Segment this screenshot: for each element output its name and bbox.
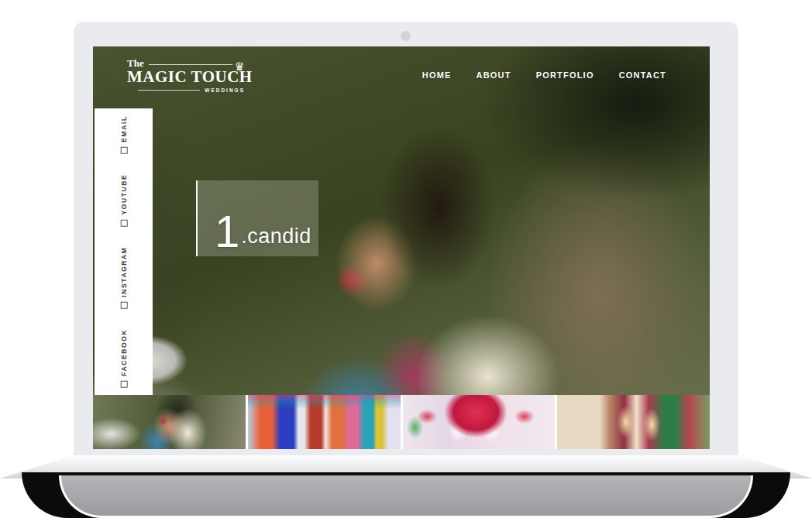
gallery-thumbnail-3[interactable] (403, 395, 556, 449)
laptop-base-front (59, 475, 753, 518)
slide-caption-overlay: 1 .candid (196, 180, 318, 256)
youtube-icon (120, 219, 127, 226)
slide-number: 1 (215, 212, 239, 250)
gallery-thumbnail-1[interactable] (93, 395, 246, 449)
social-link-email[interactable]: EMAIL (120, 115, 128, 153)
nav-item-about[interactable]: ABOUT (477, 70, 511, 80)
gallery-strip (93, 395, 710, 449)
site-logo[interactable]: The ♛ MAGIC TOUCH WEDDINGS (127, 53, 245, 93)
social-label-facebook: FACEBOOK (120, 329, 128, 376)
laptop-screen: The ♛ MAGIC TOUCH WEDDINGS HOME ABOUT PO… (93, 46, 710, 449)
instagram-icon (120, 302, 127, 309)
slide-label: .candid (241, 225, 311, 249)
nav-item-contact[interactable]: CONTACT (619, 70, 666, 80)
page: The ♛ MAGIC TOUCH WEDDINGS HOME ABOUT PO… (0, 0, 812, 518)
crown-icon: ♛ (235, 63, 245, 71)
social-link-facebook[interactable]: FACEBOOK (120, 329, 128, 388)
social-link-instagram[interactable]: INSTAGRAM (120, 246, 128, 308)
gallery-thumbnail-4[interactable] (557, 395, 710, 449)
social-label-instagram: INSTAGRAM (120, 246, 128, 297)
email-icon (120, 147, 127, 154)
logo-tagline-line (138, 90, 200, 91)
webcam-dot (401, 31, 411, 41)
gallery-thumbnail-2[interactable] (248, 395, 401, 449)
facebook-icon (120, 381, 127, 388)
logo-name: MAGIC TOUCH (127, 68, 245, 85)
main-nav: HOME ABOUT PORTFOLIO CONTACT (422, 70, 666, 80)
nav-item-home[interactable]: HOME (422, 70, 452, 80)
social-label-email: EMAIL (120, 115, 128, 142)
social-sidebar: FACEBOOK INSTAGRAM YOUTUBE EMAIL (95, 108, 153, 395)
logo-tagline: WEDDINGS (205, 87, 245, 93)
nav-item-portfolio[interactable]: PORTFOLIO (536, 70, 594, 80)
logo-divider-line (149, 64, 232, 65)
social-label-youtube: YOUTUBE (120, 174, 128, 215)
social-link-youtube[interactable]: YOUTUBE (120, 174, 128, 227)
hero-photo (93, 46, 710, 449)
